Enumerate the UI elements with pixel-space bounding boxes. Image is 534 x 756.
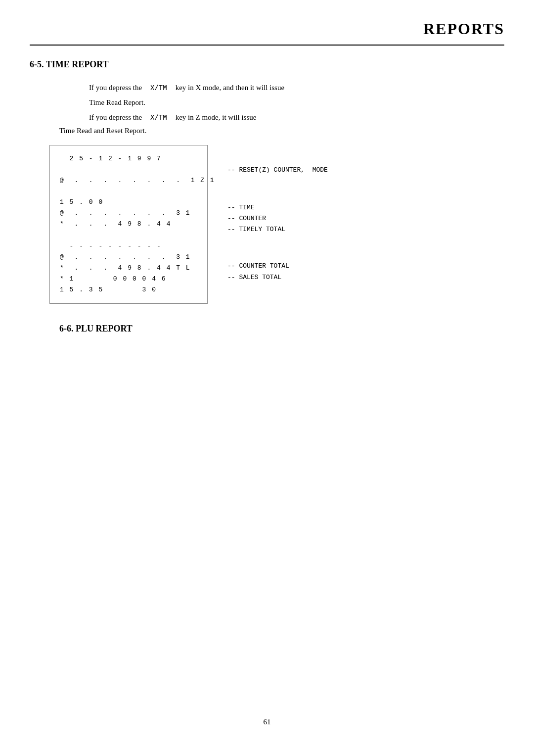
main-content: 6-5. TIME REPORT If you depress the X/TM… (30, 54, 504, 346)
report-line-10: * . . . 4 9 8 . 4 4 T L (60, 263, 197, 274)
desc2-key: X/TM (149, 114, 168, 122)
desc1-continue: Time Read Report. (89, 98, 145, 106)
desc2-continue: Time Read and Reset Report. (59, 127, 147, 135)
desc2-after: key in Z mode, it will issue (176, 113, 257, 121)
report-line-1 (60, 164, 197, 175)
description-line-2-continue: Time Read and Reset Report. (59, 127, 504, 135)
section-55-title: 6-5. TIME REPORT (30, 59, 504, 70)
section-56-title: 6-6. PLU REPORT (59, 324, 504, 334)
report-line-3 (60, 186, 197, 197)
report-line-2: @ . . . . . . . . 1 Z 1 (60, 175, 197, 186)
report-line-11: * 1 0 0 0 0 4 6 (60, 274, 197, 284)
report-line-5: @ . . . . . . . 3 1 (60, 208, 197, 219)
description-line-1-continue: Time Read Report. (89, 96, 504, 108)
annotation-spacer3 (227, 246, 328, 257)
page-header-section: REPORTS (423, 20, 504, 38)
report-annotations: -- RESET(Z) COUNTER, MODE -- TIME -- COU… (227, 145, 328, 283)
header-rule (30, 45, 504, 46)
annotation-reset: -- RESET(Z) COUNTER, MODE (227, 165, 328, 176)
report-line-0: 2 5 - 1 2 - 1 9 9 7 (60, 153, 197, 164)
annotation-time: -- TIME (227, 202, 328, 213)
page-number: 61 (264, 718, 271, 726)
desc1-key: X/TM (149, 84, 168, 92)
report-line-4: 1 5 . 0 0 (60, 197, 197, 208)
annotation-spacer2 (227, 235, 328, 246)
desc1-before: If you depress the (89, 84, 142, 92)
annotation-spacer1 (227, 176, 328, 187)
annotation-sales-total: -- SALES TOTAL (227, 272, 328, 283)
report-line-7 (60, 230, 197, 240)
report-line-12: 1 5 . 3 5 3 0 (60, 284, 197, 295)
description-line-1: If you depress the X/TM key in X mode, a… (89, 82, 504, 94)
report-line-8: - - - - - - - - - - (60, 241, 197, 252)
report-box: 2 5 - 1 2 - 1 9 9 7 @ . . . . . . . . 1 … (49, 145, 208, 304)
desc1-after: key in X mode, and then it will issue (176, 84, 284, 92)
annotation-counter-total: -- COUNTER TOTAL (227, 261, 328, 272)
annotation-timely-total: -- TIMELY TOTAL (227, 224, 328, 235)
annotation-counter: -- COUNTER (227, 213, 328, 224)
report-line-6: * . . . 4 9 8 . 4 4 (60, 219, 197, 230)
description-line-2: If you depress the X/TM key in Z mode, i… (89, 111, 504, 123)
report-box-area: 2 5 - 1 2 - 1 9 9 7 @ . . . . . . . . 1 … (49, 145, 504, 304)
report-line-9: @ . . . . . . . 3 1 (60, 252, 197, 263)
page-title: REPORTS (423, 20, 504, 38)
desc2-before: If you depress the (89, 113, 142, 121)
